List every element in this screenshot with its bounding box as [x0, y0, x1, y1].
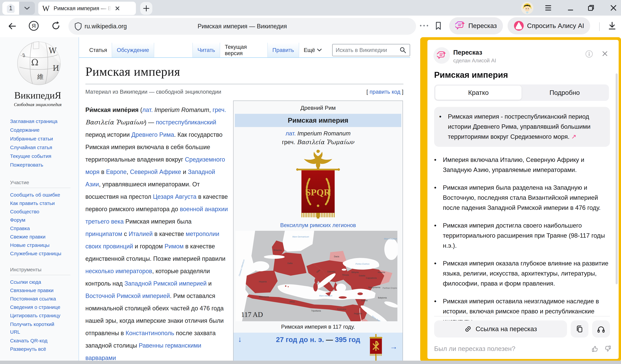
sidebar-item-report-error[interactable]: Сообщить об ошибке: [10, 191, 79, 199]
infobox-name: Римская империя: [235, 114, 401, 127]
tab-title: Римская империя — В: [53, 5, 112, 12]
copy-text-button[interactable]: [571, 320, 588, 337]
tab-more[interactable]: Ещё: [299, 43, 327, 57]
feedback-question: Был ли пересказ полезен?: [434, 345, 515, 352]
listen-button[interactable]: [592, 320, 610, 337]
ask-alice-chip[interactable]: Спросить Алису AI: [508, 17, 590, 34]
sidebar-item-related-changes[interactable]: Связанные правки: [10, 286, 79, 295]
timeline-next-icon[interactable]: →: [390, 342, 397, 351]
bookmark-icon[interactable]: [433, 21, 443, 31]
sidebar-item-help[interactable]: Справка: [10, 224, 79, 233]
svg-text:Galatia: Galatia: [359, 274, 365, 277]
reload-icon[interactable]: [50, 20, 61, 31]
sidebar-participation-list: Сообщить об ошибке Как править статьи Со…: [10, 191, 79, 258]
lead-paragraph: Ри́мская импе́рия (лат. Imperium Romanum…: [85, 104, 230, 362]
svg-text:Mare Germanicum: Mare Germanicum: [292, 236, 309, 238]
wikipedia-page: Ω W И 維 ვ ВикипедиЯ Свободная энциклопед…: [0, 37, 420, 362]
wikipedia-tagline: Свободная энциклопедия: [10, 102, 65, 107]
retell-icon: [455, 21, 465, 31]
back-icon[interactable]: [7, 21, 17, 31]
new-tab-button[interactable]: [140, 2, 152, 15]
sidebar-item-forum[interactable]: Форум: [10, 216, 79, 224]
sidebar-item-short-url[interactable]: Получить короткий URL: [10, 320, 65, 336]
open-source-arrow-icon[interactable]: ↗: [571, 133, 576, 140]
svg-text:Я: Я: [32, 23, 36, 29]
svg-text:Cappadocia: Cappadocia: [366, 277, 377, 279]
sidebar-item-permanent-link[interactable]: Постоянная ссылка: [10, 295, 79, 303]
map-caption: Римская империя в 117 году.: [235, 321, 401, 332]
info-icon[interactable]: [585, 50, 593, 58]
summary-bullets: • Римская империя - постреспубликанский …: [434, 107, 610, 334]
minimize-icon[interactable]: [567, 4, 574, 12]
browser-tab[interactable]: W Римская империя — В: [38, 2, 136, 15]
wikipedia-globe-logo[interactable]: Ω W И 維 ვ: [14, 39, 79, 89]
tab-list-chevron-icon[interactable]: [19, 2, 35, 15]
panel-scrollbar[interactable]: [616, 73, 618, 284]
sidebar-divider: [10, 188, 70, 188]
svg-text:W: W: [49, 46, 57, 55]
empire-map[interactable]: Britannia Gallia Hispania Italia Dalmati…: [235, 231, 401, 321]
toolbar-divider: [599, 22, 600, 31]
bullet-item: •Империя включала Италию, Северную Африк…: [434, 155, 610, 175]
tab-close-icon[interactable]: [115, 5, 120, 11]
article-tagline: Материал из Википедии — свободной энцикл…: [85, 89, 221, 95]
tab-edit[interactable]: Править: [267, 43, 299, 57]
sidebar-item-special-pages[interactable]: Служебные страницы: [10, 249, 79, 258]
panel-heading: Римская империя: [434, 70, 508, 80]
close-window-icon[interactable]: [610, 4, 617, 12]
labarum-image[interactable]: [369, 334, 383, 361]
svg-text:Armenia: Armenia: [378, 271, 385, 273]
panel-divider: [434, 316, 610, 317]
tab-talk[interactable]: Обсуждение: [112, 43, 154, 57]
wiki-search-input[interactable]: Искать в Википедии: [332, 44, 410, 56]
avatar[interactable]: [521, 2, 534, 15]
svg-text:Parthian Empire: Parthian Empire: [383, 287, 397, 289]
summary-mode-switch: Кратко Подробно: [434, 84, 609, 101]
copy-icon: [576, 325, 584, 333]
restore-icon[interactable]: [587, 4, 595, 12]
tab-read[interactable]: Читать: [192, 43, 220, 57]
sidebar-item-what-links-here[interactable]: Ссылки сюда: [10, 278, 79, 286]
panel-close-icon[interactable]: [601, 50, 609, 57]
tab-article[interactable]: Статья: [85, 43, 112, 57]
sidebar-section-participation: Участие: [10, 180, 79, 185]
thumbs-up-icon[interactable]: [591, 345, 599, 353]
svg-text:Mesopotamia: Mesopotamia: [368, 286, 380, 289]
copy-link-button[interactable]: Ссылка на пересказ: [434, 320, 567, 337]
thumbs-down-icon[interactable]: [604, 345, 612, 353]
sidebar-item-cite-page[interactable]: Цитировать страницу: [10, 311, 79, 320]
edit-source-anchor[interactable]: править код: [370, 89, 400, 95]
tab-current-version[interactable]: Текущая версия: [220, 43, 267, 57]
sidebar-item-recent-changes[interactable]: Свежие правки: [10, 233, 79, 241]
more-actions-icon[interactable]: [419, 24, 429, 27]
tab-brief[interactable]: Кратко: [435, 86, 521, 100]
tab-counter[interactable]: 1: [2, 2, 35, 15]
vexillum-image[interactable]: SPQR: [294, 148, 342, 221]
sidebar-item-community[interactable]: Сообщество: [10, 207, 79, 216]
sidebar-item-qr-code[interactable]: Скачать QR-код: [10, 336, 79, 345]
sidebar-item-donate[interactable]: Пожертвовать: [10, 160, 79, 169]
sidebar-item-main[interactable]: Заглавная страница: [10, 117, 79, 126]
sidebar-item-random[interactable]: Случайная статья: [10, 143, 79, 152]
sidebar-item-page-info[interactable]: Сведения о странице: [10, 303, 79, 311]
infobox-timeline: ↓ 27 год до н. э. — 395 год: [234, 333, 403, 362]
sidebar-item-new-pages[interactable]: Новые страницы: [10, 241, 79, 249]
sidebar-item-how-to-edit[interactable]: Как править статьи: [10, 199, 79, 207]
sidebar-item-expand-all[interactable]: Развернуть всё: [10, 345, 79, 353]
yandex-icon[interactable]: Я: [28, 20, 39, 31]
tab-detailed[interactable]: Подробно: [521, 86, 608, 100]
retell-chip[interactable]: Пересказ: [449, 17, 503, 34]
search-icon: [399, 47, 407, 54]
bullet-highlighted[interactable]: • Римская империя - постреспубликанский …: [434, 107, 610, 147]
sidebar-item-featured[interactable]: Избранные статьи: [10, 134, 79, 143]
chevron-down-icon: [317, 48, 322, 52]
svg-text:Judaea: Judaea: [361, 299, 367, 302]
downloads-icon[interactable]: [607, 21, 617, 31]
svg-text:Pontus Euxinus: Pontus Euxinus: [355, 263, 369, 265]
link-icon: [464, 325, 472, 333]
sidebar-item-current-events[interactable]: Текущие события: [10, 152, 79, 160]
sidebar-item-contents[interactable]: Содержание: [10, 126, 79, 134]
infobox-latin-name: лат. Imperium Romanum: [235, 130, 401, 137]
menu-icon[interactable]: [544, 4, 552, 12]
address-bar[interactable]: ru.wikipedia.org Римская империя — Викип…: [69, 18, 416, 35]
